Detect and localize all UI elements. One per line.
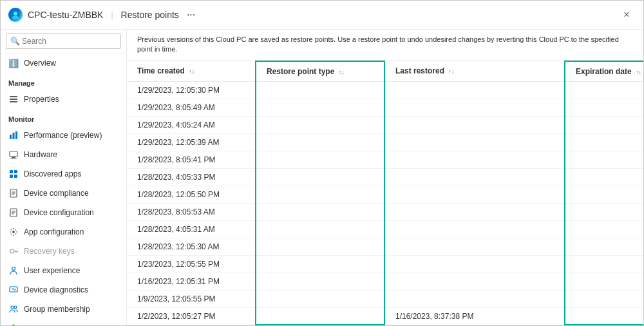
cell-last-restored: 1/16/2023, 8:37:38 PM <box>384 307 565 325</box>
sidebar-item-discovered-apps[interactable]: Discovered apps <box>1 164 126 184</box>
cell-expiration <box>565 116 643 133</box>
cell-expiration <box>565 168 643 186</box>
cell-expiration <box>565 307 643 325</box>
sidebar-item-device-compliance[interactable]: Device compliance <box>1 184 126 203</box>
performance-icon <box>8 130 19 140</box>
cell-time: 1/29/2023, 8:05:49 AM <box>127 99 256 116</box>
restore-points-table: Time created ↑↓ Restore point type ↑↓ La… <box>127 61 643 325</box>
table-container[interactable]: Time created ↑↓ Restore point type ↑↓ La… <box>127 61 643 325</box>
hardware-icon <box>8 149 19 160</box>
last-restored-sort-icon: ↑↓ <box>448 68 454 75</box>
more-options-button[interactable]: ··· <box>187 9 195 21</box>
col-header-last-restored[interactable]: Last restored ↑↓ <box>384 61 565 82</box>
svg-rect-12 <box>10 170 13 173</box>
group-membership-icon <box>8 304 19 314</box>
search-icon: 🔍 <box>10 37 20 46</box>
cell-restore-type <box>256 238 384 255</box>
table-row: 1/28/2023, 4:05:33 PM <box>127 168 643 186</box>
cell-expiration <box>565 133 643 151</box>
svg-rect-7 <box>13 133 15 139</box>
cell-expiration <box>565 255 643 273</box>
sidebar-item-device-configuration[interactable]: Device configuration <box>1 203 126 222</box>
svg-point-2 <box>12 16 19 19</box>
sidebar-label-user-experience: User experience <box>24 266 80 275</box>
cell-time: 1/28/2023, 12:05:30 AM <box>127 238 256 255</box>
cell-restore-type <box>256 186 384 203</box>
title-bar: CPC-testu-ZMBBK | Restore points ··· × <box>1 1 643 30</box>
sidebar-item-properties[interactable]: Properties <box>1 90 126 109</box>
close-button[interactable]: × <box>618 6 636 24</box>
cell-last-restored <box>384 151 565 168</box>
table-row: 1/29/2023, 12:05:30 PM <box>127 81 643 99</box>
cell-time: 1/28/2023, 8:05:41 PM <box>127 151 256 168</box>
sidebar-label-discovered-apps: Discovered apps <box>24 169 81 178</box>
cell-restore-type <box>256 290 384 307</box>
svg-point-1 <box>14 12 17 15</box>
svg-rect-5 <box>10 101 17 102</box>
cell-time: 1/9/2023, 12:05:55 PM <box>127 290 256 307</box>
cell-time: 1/28/2023, 4:05:33 PM <box>127 168 256 186</box>
svg-rect-15 <box>14 175 17 178</box>
app-logo <box>8 8 23 22</box>
cell-restore-type <box>256 81 384 99</box>
overview-icon: ℹ️ <box>8 58 19 68</box>
cell-last-restored <box>384 116 565 133</box>
main-content: 🔍 ℹ️ Overview Manage Properties Monitor <box>1 30 643 325</box>
sidebar-item-app-configuration[interactable]: App configuration <box>1 222 126 242</box>
table-row: 1/9/2023, 12:05:55 PM <box>127 290 643 307</box>
svg-rect-6 <box>10 135 12 139</box>
col-header-time[interactable]: Time created ↑↓ <box>127 61 256 82</box>
table-row: 1/29/2023, 8:05:49 AM <box>127 99 643 116</box>
svg-point-32 <box>14 306 17 309</box>
cell-restore-type <box>256 273 384 290</box>
device-diagnostics-icon <box>8 285 19 295</box>
cell-last-restored <box>384 133 565 151</box>
svg-point-31 <box>11 306 14 309</box>
sidebar-item-device-diagnostics[interactable]: Device diagnostics <box>1 280 126 300</box>
col-header-expiration[interactable]: Expiration date ↑↓ <box>565 61 643 82</box>
info-bar: Previous versions of this Cloud PC are s… <box>127 30 643 61</box>
sidebar-item-managed-apps[interactable]: Managed Apps <box>1 319 126 325</box>
cell-last-restored <box>384 255 565 273</box>
svg-rect-3 <box>10 96 17 97</box>
cell-restore-type <box>256 220 384 238</box>
title-separator: | <box>111 10 113 19</box>
svg-rect-9 <box>10 151 17 157</box>
sidebar-item-group-membership[interactable]: Group membership <box>1 300 126 319</box>
cell-time: 1/28/2023, 12:05:50 PM <box>127 186 256 203</box>
table-row: 1/29/2023, 4:05:24 AM <box>127 116 643 133</box>
search-input[interactable] <box>6 34 121 49</box>
sidebar-label-properties: Properties <box>24 95 59 104</box>
cell-time: 1/28/2023, 4:05:31 AM <box>127 220 256 238</box>
cell-last-restored <box>384 186 565 203</box>
col-header-restore-type[interactable]: Restore point type ↑↓ <box>256 61 384 82</box>
svg-point-24 <box>12 231 15 233</box>
svg-rect-4 <box>10 99 17 100</box>
sidebar-label-hardware: Hardware <box>24 150 57 159</box>
cell-time: 1/16/2023, 12:05:31 PM <box>127 273 256 290</box>
cell-expiration <box>565 238 643 255</box>
cell-restore-type <box>256 203 384 220</box>
device-name: CPC-testu-ZMBBK <box>28 10 103 20</box>
sidebar-item-user-experience[interactable]: User experience <box>1 261 126 280</box>
sidebar-label-performance: Performance (preview) <box>24 131 102 140</box>
sidebar-item-performance[interactable]: Performance (preview) <box>1 126 126 145</box>
table-row: 1/28/2023, 8:05:41 PM <box>127 151 643 168</box>
cell-restore-type <box>256 133 384 151</box>
cell-time: 1/29/2023, 12:05:39 AM <box>127 133 256 151</box>
cell-last-restored <box>384 273 565 290</box>
cell-expiration <box>565 81 643 99</box>
restore-type-sort-icon: ↑↓ <box>339 69 345 75</box>
cell-expiration <box>565 186 643 203</box>
sidebar-label-device-diagnostics: Device diagnostics <box>24 285 88 294</box>
sidebar-item-hardware[interactable]: Hardware <box>1 145 126 164</box>
cell-expiration <box>565 203 643 220</box>
sidebar-section-monitor: Monitor <box>1 109 126 126</box>
sidebar-item-overview[interactable]: ℹ️ Overview <box>1 53 126 73</box>
svg-rect-14 <box>10 175 13 178</box>
svg-rect-11 <box>10 158 17 158</box>
cell-last-restored <box>384 290 565 307</box>
cell-time: 1/2/2023, 12:05:27 PM <box>127 307 256 325</box>
cell-expiration <box>565 290 643 307</box>
cell-last-restored <box>384 220 565 238</box>
